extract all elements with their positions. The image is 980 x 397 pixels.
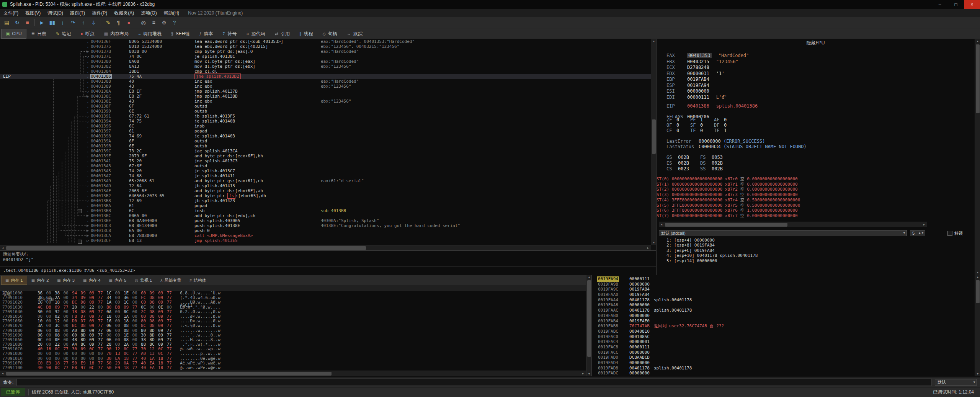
tab-线程[interactable]: ∥线程 xyxy=(295,29,318,39)
disassembly-panel[interactable]: .0040136F8D05 53134000lea eax,dword ptr … xyxy=(0,39,651,245)
step-over-button[interactable]: ↷ xyxy=(68,18,78,27)
stack-row[interactable]: 0019FAB876C747AB返回到 user32.76C747AB 自 ??… xyxy=(592,323,975,329)
dump-horizontal-scrollbar[interactable]: ◄ ► xyxy=(0,371,586,376)
dump-panel[interactable]: ▦内存 1▦内存 2▦内存 3▦内存 4▦内存 5◎监视 1λ局部变量#结构体 … xyxy=(0,275,586,376)
function-marker-icon[interactable] xyxy=(78,209,82,213)
stack-row[interactable]: 0019FAA800000000 xyxy=(592,302,975,308)
disasm-row[interactable]: .0040136F8D05 53134000lea eax,dword ptr … xyxy=(0,39,651,44)
dump-row[interactable]: 770910D0000000000000000070130C77A0130C77… xyxy=(0,351,586,356)
stack-row[interactable]: 0019FAD0DCBAABCD xyxy=(592,355,975,360)
disasm-row[interactable]: .0040139E2079 6Fand byte ptr ds:[ecx+6F]… xyxy=(0,154,651,158)
settings-button[interactable]: ⚙ xyxy=(159,18,169,27)
references-button[interactable]: ≡ xyxy=(149,18,159,27)
scroll-up-icon[interactable]: ▲ xyxy=(586,275,592,279)
dump-row[interactable]: 770910B020002200A48C097728002A00888C0977… xyxy=(0,342,586,347)
disasm-row[interactable]: .004013A774 68je splish.401411 xyxy=(0,173,651,178)
disasm-row[interactable]: .0040138F6Foutsd xyxy=(0,104,651,109)
disasm-row[interactable]: .0040139874 69je splish.401403 xyxy=(0,134,651,139)
dump-tab-局部变量[interactable]: λ局部变量 xyxy=(156,276,185,285)
dump-row[interactable]: 770910703A003C00BCD80977060008008CD80977… xyxy=(0,323,586,328)
tab-引用[interactable]: ⇄引用 xyxy=(270,29,294,39)
dump-row[interactable]: 7709105000000200F8D7097718001A0000D80977… xyxy=(0,314,586,319)
disasm-row[interactable]: .004013B2646564:2073 65and byte ptr fs:[… xyxy=(0,193,651,198)
help-button[interactable]: ? xyxy=(169,18,180,27)
stack-row[interactable]: 0019FADC00000000 xyxy=(592,371,975,376)
dump-row[interactable]: 770910F0C0E9187750E9187750290A7740EA1877… xyxy=(0,361,586,366)
dump-row[interactable]: 770910A00C000E00488D097706000800388D0977… xyxy=(0,338,586,342)
disasm-row[interactable]: .004013CFEB 13jmp splish.4013E5 xyxy=(0,238,651,243)
dump-row[interactable]: 770910403000320018D809770A000C002CD80977… xyxy=(0,310,586,314)
register-row[interactable]: LastStatusC0000034 (STATUS_OBJECT_NAME_N… xyxy=(657,144,975,150)
breakpoint-button[interactable]: ● xyxy=(124,18,134,27)
disasm-row[interactable]: .004013906Eoutsb xyxy=(0,109,651,114)
register-row[interactable]: ST(6) 3FFF8000000000000000 x87r6 空 1.000… xyxy=(657,208,975,213)
tab-断点[interactable]: ●断点 xyxy=(76,29,99,39)
register-row[interactable]: ZF0PF1AF0 xyxy=(657,117,980,123)
disasm-row[interactable]: .004013BB6Cinsbsub_4013BB xyxy=(0,208,651,213)
stack-row[interactable]: 0019FAB000000000 xyxy=(592,313,975,319)
scroll-right-icon[interactable]: ► xyxy=(580,371,586,376)
menu-item-4[interactable]: 跟踪(T) xyxy=(67,10,88,16)
disasm-horizontal-scrollbar[interactable]: ◄ ► xyxy=(0,245,651,250)
scroll-left-icon[interactable]: ◄ xyxy=(0,371,5,376)
patch-button[interactable]: ✎ xyxy=(103,18,113,27)
menu-item-2[interactable]: 视图(V) xyxy=(22,10,44,16)
register-row[interactable]: ESP0019FA94 xyxy=(657,83,975,88)
restart-button[interactable]: ↻ xyxy=(12,18,22,27)
disasm-row[interactable]: .004013828A13mov dl,byte ptr ds:[ebx]ebx… xyxy=(0,64,651,69)
dump-row[interactable]: 7709109006000800608D097700001E00308D0977… xyxy=(0,333,586,338)
maximize-button[interactable]: □ xyxy=(948,0,964,9)
open-file-button[interactable]: ▤ xyxy=(2,18,12,27)
register-row[interactable]: GS002BFS0053 xyxy=(657,155,980,160)
scroll-left-icon[interactable]: ◄ xyxy=(0,245,5,250)
disasm-row[interactable]: .004013966Cinsb xyxy=(0,124,651,129)
disasm-row[interactable]: .004013808A08mov cl,byte ptr ds:[eax]eax… xyxy=(0,59,651,64)
register-row[interactable]: ST(1) 00000000000000000000 x87r1 空 0.000… xyxy=(657,182,975,187)
scroll-down-icon[interactable]: ▼ xyxy=(586,372,592,376)
disasm-row[interactable]: .0040138E43inc ebxebx:"123456" xyxy=(0,99,651,104)
scroll-down-icon[interactable]: ▼ xyxy=(975,270,980,275)
argument-count-stepper[interactable]: 5 ▲▼ xyxy=(910,230,925,236)
dump-row[interactable]: 7709110040980C77E8970C7750E9187740EA1877… xyxy=(0,366,586,370)
stack-row[interactable]: 0019FA9800000000 xyxy=(592,282,975,287)
disasm-row[interactable]: .004013BE68 0A304000push splish.40300A40… xyxy=(0,218,651,223)
registers-panel[interactable]: 隐藏FPU EAX00401353"HardCoded"EBX00403215"… xyxy=(656,39,975,275)
register-row[interactable]: ST(3) 00000000000000000000 x87r3 空 0.000… xyxy=(657,192,975,197)
stack-row[interactable]: 0019FAB40019FAE0 xyxy=(592,319,975,324)
menu-item-3[interactable]: 调试(D) xyxy=(44,10,67,16)
register-row[interactable]: EAX00401353"HardCoded" xyxy=(657,53,975,59)
register-row[interactable]: ST(7) 00000000000000000000 x87r7 空 0.000… xyxy=(657,213,975,218)
argument-row[interactable]: 1: [esp+4] 00000000 xyxy=(666,238,715,243)
argument-row[interactable]: 2: [esp+8] 0019FAB4 xyxy=(666,243,715,248)
argument-row[interactable]: 5: [esp+14] 00000000 xyxy=(666,258,717,263)
stack-row[interactable]: 0019FA9C0019FAB4 xyxy=(592,287,975,292)
disasm-row[interactable]: .004013C86A 00push 0 xyxy=(0,228,651,233)
registers-vertical-scrollbar[interactable]: ▲ ▼ xyxy=(975,39,980,275)
dump-row[interactable]: 7709108006000800A08D097706000800808D0977… xyxy=(0,328,586,333)
pause-button[interactable]: ▮▮ xyxy=(47,18,57,27)
tab-SEH链[interactable]: §SEH链 xyxy=(167,29,194,39)
register-row[interactable]: EBX00403215"123456" xyxy=(657,59,975,65)
disasm-row[interactable]: .0040138675 4Ajne splish.4013D2 xyxy=(0,74,651,79)
dump-vertical-scrollbar[interactable]: ▲ ▼ xyxy=(586,275,591,376)
dump-row[interactable]: 770910C040180C7730090C7790120C7770120C77… xyxy=(0,347,586,351)
stack-row[interactable]: 0019FABC00040810 xyxy=(592,329,975,334)
command-input[interactable] xyxy=(16,379,932,386)
stack-row[interactable]: 0019FAD800401178splish.00401178 xyxy=(592,366,975,371)
stack-row[interactable]: 0019FAC400000001 xyxy=(592,339,975,345)
register-row[interactable]: CS0023SS002B xyxy=(657,166,980,172)
stack-row[interactable]: 0019FAAC00401178splish.00401178 xyxy=(592,308,975,313)
disasm-row[interactable]: .004013A574 20je splish.4013C7 xyxy=(0,168,651,173)
scroll-right-icon[interactable]: ► xyxy=(645,245,651,250)
disasm-row[interactable]: .0040137B8038 00cmp byte ptr ds:[eax],0e… xyxy=(0,49,651,54)
disasm-row[interactable]: .0040139761popad xyxy=(0,129,651,134)
tab-调用堆栈[interactable]: ≡调用堆栈 xyxy=(134,29,166,39)
disasm-row[interactable]: .0040138CEB 2Fjmp splish.4013BD xyxy=(0,94,651,99)
tab-符号[interactable]: Σ符号 xyxy=(218,29,242,39)
disasm-row[interactable]: .004013C368 8E134000push splish.40138E40… xyxy=(0,223,651,228)
dump-tab-监视 1[interactable]: ◎监视 1 xyxy=(131,276,156,285)
disasm-row[interactable]: .0040138840inc eaxeax:"HardCoded" xyxy=(0,79,651,84)
menu-item-1[interactable]: 文件(F) xyxy=(0,10,22,16)
dump-tab-内存 5[interactable]: ▦内存 5 xyxy=(105,276,131,285)
search-button[interactable]: ◎ xyxy=(138,18,149,27)
